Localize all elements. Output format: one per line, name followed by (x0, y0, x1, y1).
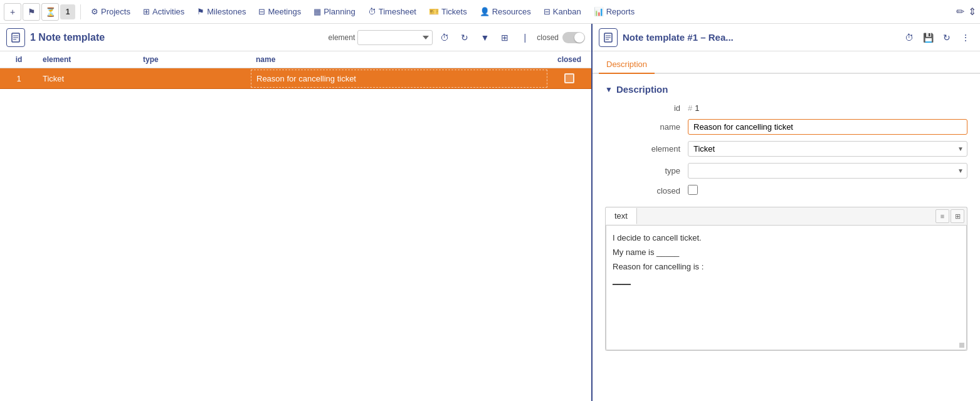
nav-label-milestones: Milestones (207, 7, 246, 16)
nav-item-milestones[interactable]: ⚑ Milestones (192, 4, 251, 19)
history-icon[interactable]: ⏳ (41, 3, 59, 21)
filter-btn[interactable]: ▼ (477, 29, 493, 46)
nav-item-reports[interactable]: 📊 Reports (589, 4, 640, 19)
nav-item-meetings[interactable]: ⊟ Meetings (253, 4, 306, 19)
clock-btn[interactable]: ⏱ (436, 29, 453, 46)
closed-field-value (688, 185, 967, 197)
nav-item-activities[interactable]: ⊞ Activities (138, 4, 189, 19)
nav-item-planning[interactable]: ▦ Planning (308, 4, 361, 19)
element-label: element (605, 144, 680, 154)
nav-left-controls: + ⚑ ⏳ 1 (4, 3, 75, 21)
kanban-icon: ⊟ (544, 7, 551, 16)
col-header-id: id (0, 51, 38, 68)
right-save-btn[interactable]: 💾 (920, 29, 936, 46)
editor-line-1: I decide to cancell ticket. (613, 232, 960, 245)
cell-name: Reason for cancelling ticket (251, 70, 547, 88)
nav-item-resources[interactable]: 👤 Resources (475, 4, 536, 19)
text-tab[interactable]: text (606, 208, 637, 224)
id-hash: # (688, 103, 692, 113)
tabs-bar: Description (593, 51, 980, 74)
text-editor-section: text ≡ ⊞ I decide to cancell ticket. My … (605, 207, 967, 351)
type-select[interactable] (688, 163, 967, 179)
nav-separator (80, 4, 81, 19)
expand-icon[interactable]: ⇕ (968, 6, 976, 18)
description-section-header[interactable]: ▼ Description (605, 84, 967, 95)
tab-description[interactable]: Description (599, 56, 655, 74)
nav-item-timesheet[interactable]: ⏱ Timesheet (363, 4, 421, 19)
tickets-icon: 🎫 (429, 7, 439, 16)
right-panel-title: Note template #1 – Rea... (623, 32, 896, 43)
nav-item-projects[interactable]: ⚙ Projects (86, 4, 135, 19)
closed-label: closed (537, 33, 559, 42)
text-icon-list[interactable]: ≡ (935, 209, 949, 223)
section-title: Description (616, 84, 668, 95)
columns-btn[interactable]: ⊞ (497, 29, 513, 46)
id-value-container: # 1 (688, 103, 967, 113)
id-label: id (605, 103, 680, 113)
editor-line-3: Reason for cancelling is : (613, 261, 960, 274)
nav-label-reports: Reports (606, 7, 635, 16)
name-label: name (605, 122, 680, 132)
right-refresh-btn[interactable]: ↻ (939, 29, 955, 46)
text-tabs-bar: text ≡ ⊞ (605, 207, 967, 225)
bookmark-icon[interactable]: ⚑ (23, 3, 40, 21)
text-icon-grid[interactable]: ⊞ (951, 209, 964, 223)
nav-badge: 1 (60, 4, 75, 19)
right-panel-icon (599, 28, 618, 47)
main-content: 1 Note template element ⏱ ↻ ▼ ⊞ | closed (0, 24, 980, 401)
left-header: 1 Note template element ⏱ ↻ ▼ ⊞ | closed (0, 24, 591, 51)
closed-toggle: closed (537, 32, 585, 43)
meetings-icon: ⊟ (258, 7, 265, 16)
table-header: id element type name closed (0, 51, 591, 68)
add-button[interactable]: + (4, 3, 21, 21)
cell-closed (547, 68, 591, 88)
nav-label-timesheet: Timesheet (379, 7, 416, 16)
nav-item-tickets[interactable]: 🎫 Tickets (424, 4, 472, 19)
right-menu-btn[interactable]: ⋮ (957, 29, 974, 46)
element-select[interactable]: Ticket (688, 141, 967, 157)
col-header-element: element (38, 51, 138, 68)
editor-line-4: ____ (613, 274, 960, 288)
cell-element: Ticket (38, 69, 138, 88)
col-header-type: type (138, 51, 251, 68)
id-value: 1 (695, 103, 699, 113)
right-panel: Note template #1 – Rea... ⏱ 💾 ↻ ⋮ Descri… (593, 24, 980, 401)
resize-handle[interactable] (959, 343, 964, 348)
right-header-controls: ⏱ 💾 ↻ ⋮ (901, 29, 974, 46)
separator-btn: | (517, 29, 533, 46)
section-chevron: ▼ (605, 85, 613, 94)
editor-line-2: My name is _____ (613, 246, 960, 259)
form-area: ▼ Description id # 1 name element Tic (593, 74, 980, 401)
editor-container: I decide to cancell ticket. My name is _… (605, 225, 967, 351)
note-template-icon (6, 28, 25, 47)
closed-checkbox[interactable] (564, 73, 574, 83)
nav-label-resources: Resources (492, 7, 531, 16)
closed-toggle-switch[interactable] (562, 32, 585, 43)
nav-label-projects: Projects (101, 7, 130, 16)
toggle-knob (574, 33, 584, 43)
activities-icon: ⊞ (143, 7, 150, 16)
description-form: id # 1 name element Ticket ▼ type (605, 103, 967, 197)
name-input[interactable] (688, 119, 967, 135)
resources-icon: 👤 (480, 7, 490, 16)
reports-icon: 📊 (594, 7, 604, 16)
closed-field-label: closed (605, 186, 680, 195)
left-header-controls: element ⏱ ↻ ▼ ⊞ | closed (329, 29, 585, 46)
element-filter-select[interactable] (357, 30, 433, 45)
nav-item-kanban[interactable]: ⊟ Kanban (539, 4, 586, 19)
table-row[interactable]: 1 Ticket Reason for cancelling ticket (0, 68, 591, 89)
text-tab-icons: ≡ ⊞ (933, 207, 967, 225)
type-label: type (605, 166, 680, 175)
closed-field-checkbox[interactable] (688, 185, 698, 195)
refresh-btn[interactable]: ↻ (456, 29, 473, 46)
col-header-closed: closed (547, 51, 591, 68)
planning-icon: ▦ (313, 7, 321, 16)
right-clock-btn[interactable]: ⏱ (901, 29, 917, 46)
right-header: Note template #1 – Rea... ⏱ 💾 ↻ ⋮ (593, 24, 980, 51)
nav-right-controls: ✏ ⇕ (956, 6, 976, 18)
element-filter-label: element (329, 33, 356, 42)
text-editor[interactable]: I decide to cancell ticket. My name is _… (606, 225, 967, 350)
timesheet-icon: ⏱ (368, 7, 376, 16)
edit-icon[interactable]: ✏ (956, 6, 964, 18)
col-header-name: name (251, 51, 547, 68)
